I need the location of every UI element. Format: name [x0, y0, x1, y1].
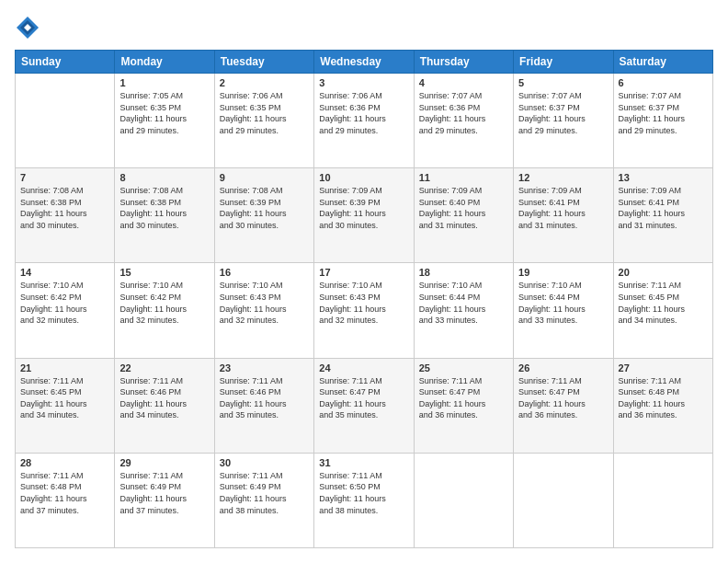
day-number: 9 — [220, 172, 309, 183]
day-cell: 22Sunrise: 7:11 AM Sunset: 6:46 PM Dayli… — [115, 358, 214, 453]
day-info: Sunrise: 7:08 AM Sunset: 6:38 PM Dayligh… — [20, 185, 109, 231]
day-number: 23 — [220, 362, 309, 373]
day-info: Sunrise: 7:09 AM Sunset: 6:39 PM Dayligh… — [319, 185, 408, 231]
logo — [15, 15, 44, 40]
day-cell: 23Sunrise: 7:11 AM Sunset: 6:46 PM Dayli… — [214, 358, 313, 453]
day-number: 3 — [319, 77, 408, 88]
day-cell — [16, 74, 115, 168]
day-number: 30 — [220, 457, 309, 468]
day-cell: 2Sunrise: 7:06 AM Sunset: 6:35 PM Daylig… — [214, 74, 313, 168]
day-number: 16 — [220, 267, 309, 278]
day-info: Sunrise: 7:11 AM Sunset: 6:50 PM Dayligh… — [319, 470, 408, 516]
day-cell: 4Sunrise: 7:07 AM Sunset: 6:36 PM Daylig… — [414, 74, 513, 168]
day-info: Sunrise: 7:08 AM Sunset: 6:39 PM Dayligh… — [220, 185, 309, 231]
header-cell-friday: Friday — [514, 51, 613, 74]
day-cell: 27Sunrise: 7:11 AM Sunset: 6:48 PM Dayli… — [613, 358, 712, 453]
day-cell: 20Sunrise: 7:11 AM Sunset: 6:45 PM Dayli… — [613, 263, 712, 358]
day-number: 13 — [619, 172, 708, 183]
day-info: Sunrise: 7:07 AM Sunset: 6:37 PM Dayligh… — [518, 90, 608, 136]
header-row: SundayMondayTuesdayWednesdayThursdayFrid… — [16, 51, 713, 74]
day-cell: 12Sunrise: 7:09 AM Sunset: 6:41 PM Dayli… — [514, 168, 613, 263]
day-number: 24 — [319, 362, 408, 373]
header — [15, 15, 713, 40]
day-info: Sunrise: 7:10 AM Sunset: 6:44 PM Dayligh… — [518, 280, 608, 326]
calendar-table: SundayMondayTuesdayWednesdayThursdayFrid… — [15, 50, 713, 548]
day-number: 20 — [619, 267, 708, 278]
day-cell: 5Sunrise: 7:07 AM Sunset: 6:37 PM Daylig… — [514, 74, 613, 168]
day-info: Sunrise: 7:11 AM Sunset: 6:47 PM Dayligh… — [518, 375, 608, 421]
day-info: Sunrise: 7:11 AM Sunset: 6:47 PM Dayligh… — [419, 375, 508, 421]
day-number: 14 — [20, 267, 109, 278]
week-row-4: 21Sunrise: 7:11 AM Sunset: 6:45 PM Dayli… — [16, 358, 713, 453]
calendar-page: SundayMondayTuesdayWednesdayThursdayFrid… — [0, 0, 728, 563]
header-cell-monday: Monday — [115, 51, 214, 74]
day-info: Sunrise: 7:08 AM Sunset: 6:38 PM Dayligh… — [119, 185, 209, 231]
day-cell: 15Sunrise: 7:10 AM Sunset: 6:42 PM Dayli… — [115, 263, 214, 358]
day-cell: 10Sunrise: 7:09 AM Sunset: 6:39 PM Dayli… — [314, 168, 414, 263]
day-number: 6 — [619, 77, 708, 88]
week-row-2: 7Sunrise: 7:08 AM Sunset: 6:38 PM Daylig… — [16, 168, 713, 263]
day-cell: 7Sunrise: 7:08 AM Sunset: 6:38 PM Daylig… — [16, 168, 115, 263]
week-row-5: 28Sunrise: 7:11 AM Sunset: 6:48 PM Dayli… — [16, 453, 713, 547]
day-info: Sunrise: 7:11 AM Sunset: 6:49 PM Dayligh… — [119, 470, 209, 516]
day-cell: 26Sunrise: 7:11 AM Sunset: 6:47 PM Dayli… — [514, 358, 613, 453]
day-cell: 21Sunrise: 7:11 AM Sunset: 6:45 PM Dayli… — [16, 358, 115, 453]
day-number: 12 — [518, 172, 608, 183]
header-cell-sunday: Sunday — [16, 51, 115, 74]
day-cell: 29Sunrise: 7:11 AM Sunset: 6:49 PM Dayli… — [115, 453, 214, 547]
day-cell: 24Sunrise: 7:11 AM Sunset: 6:47 PM Dayli… — [314, 358, 414, 453]
day-info: Sunrise: 7:10 AM Sunset: 6:43 PM Dayligh… — [319, 280, 408, 326]
day-info: Sunrise: 7:09 AM Sunset: 6:41 PM Dayligh… — [518, 185, 608, 231]
day-number: 10 — [319, 172, 408, 183]
day-number: 26 — [518, 362, 608, 373]
day-info: Sunrise: 7:06 AM Sunset: 6:35 PM Dayligh… — [220, 90, 309, 136]
day-info: Sunrise: 7:11 AM Sunset: 6:46 PM Dayligh… — [220, 375, 309, 421]
day-cell — [514, 453, 613, 547]
day-cell: 17Sunrise: 7:10 AM Sunset: 6:43 PM Dayli… — [314, 263, 414, 358]
day-cell: 3Sunrise: 7:06 AM Sunset: 6:36 PM Daylig… — [314, 74, 414, 168]
header-cell-tuesday: Tuesday — [214, 51, 313, 74]
day-cell: 9Sunrise: 7:08 AM Sunset: 6:39 PM Daylig… — [214, 168, 313, 263]
header-cell-thursday: Thursday — [414, 51, 513, 74]
day-cell: 16Sunrise: 7:10 AM Sunset: 6:43 PM Dayli… — [214, 263, 313, 358]
header-cell-saturday: Saturday — [613, 51, 712, 74]
day-cell: 19Sunrise: 7:10 AM Sunset: 6:44 PM Dayli… — [514, 263, 613, 358]
day-number: 21 — [20, 362, 109, 373]
day-info: Sunrise: 7:07 AM Sunset: 6:37 PM Dayligh… — [619, 90, 708, 136]
day-number: 8 — [119, 172, 209, 183]
day-info: Sunrise: 7:11 AM Sunset: 6:48 PM Dayligh… — [619, 375, 708, 421]
day-cell: 31Sunrise: 7:11 AM Sunset: 6:50 PM Dayli… — [314, 453, 414, 547]
week-row-1: 1Sunrise: 7:05 AM Sunset: 6:35 PM Daylig… — [16, 74, 713, 168]
day-info: Sunrise: 7:11 AM Sunset: 6:49 PM Dayligh… — [220, 470, 309, 516]
day-number: 4 — [419, 77, 508, 88]
day-number: 17 — [319, 267, 408, 278]
day-cell: 8Sunrise: 7:08 AM Sunset: 6:38 PM Daylig… — [115, 168, 214, 263]
day-info: Sunrise: 7:10 AM Sunset: 6:43 PM Dayligh… — [220, 280, 309, 326]
day-info: Sunrise: 7:11 AM Sunset: 6:46 PM Dayligh… — [119, 375, 209, 421]
day-number: 2 — [220, 77, 309, 88]
day-number: 15 — [119, 267, 209, 278]
day-number: 7 — [20, 172, 109, 183]
day-info: Sunrise: 7:10 AM Sunset: 6:42 PM Dayligh… — [20, 280, 109, 326]
day-number: 29 — [119, 457, 209, 468]
day-number: 19 — [518, 267, 608, 278]
day-number: 1 — [119, 77, 209, 88]
day-info: Sunrise: 7:11 AM Sunset: 6:48 PM Dayligh… — [20, 470, 109, 516]
day-number: 22 — [119, 362, 209, 373]
day-number: 28 — [20, 457, 109, 468]
logo-icon — [15, 15, 40, 40]
day-cell — [414, 453, 513, 547]
day-cell: 25Sunrise: 7:11 AM Sunset: 6:47 PM Dayli… — [414, 358, 513, 453]
day-info: Sunrise: 7:11 AM Sunset: 6:47 PM Dayligh… — [319, 375, 408, 421]
day-cell: 6Sunrise: 7:07 AM Sunset: 6:37 PM Daylig… — [613, 74, 712, 168]
day-info: Sunrise: 7:11 AM Sunset: 6:45 PM Dayligh… — [20, 375, 109, 421]
header-cell-wednesday: Wednesday — [314, 51, 414, 74]
day-info: Sunrise: 7:07 AM Sunset: 6:36 PM Dayligh… — [419, 90, 508, 136]
day-cell: 28Sunrise: 7:11 AM Sunset: 6:48 PM Dayli… — [16, 453, 115, 547]
day-cell: 30Sunrise: 7:11 AM Sunset: 6:49 PM Dayli… — [214, 453, 313, 547]
week-row-3: 14Sunrise: 7:10 AM Sunset: 6:42 PM Dayli… — [16, 263, 713, 358]
day-cell: 18Sunrise: 7:10 AM Sunset: 6:44 PM Dayli… — [414, 263, 513, 358]
day-info: Sunrise: 7:11 AM Sunset: 6:45 PM Dayligh… — [619, 280, 708, 326]
day-cell: 13Sunrise: 7:09 AM Sunset: 6:41 PM Dayli… — [613, 168, 712, 263]
day-cell: 1Sunrise: 7:05 AM Sunset: 6:35 PM Daylig… — [115, 74, 214, 168]
